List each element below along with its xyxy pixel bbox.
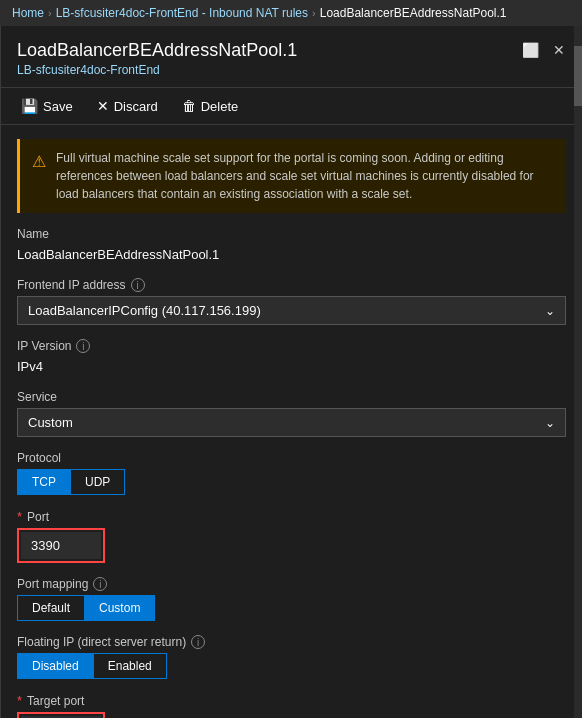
discard-label: Discard: [114, 99, 158, 114]
panel: LoadBalancerBEAddressNatPool.1 LB-sfcusi…: [0, 26, 582, 718]
warning-icon: ⚠: [32, 150, 46, 203]
panel-controls: ⬜ ✕: [517, 40, 570, 60]
maximize-button[interactable]: ⬜: [517, 40, 544, 60]
service-dropdown[interactable]: Custom ⌄: [17, 408, 566, 437]
save-icon: 💾: [21, 98, 38, 114]
panel-header: LoadBalancerBEAddressNatPool.1 LB-sfcusi…: [1, 26, 582, 88]
delete-button[interactable]: 🗑 Delete: [178, 96, 243, 116]
ip-version-info-icon[interactable]: i: [76, 339, 90, 353]
breadcrumb-nat-rules[interactable]: LB-sfcusiter4doc-FrontEnd - Inbound NAT …: [56, 6, 308, 20]
port-mapping-info-icon[interactable]: i: [93, 577, 107, 591]
page-title: LoadBalancerBEAddressNatPool.1: [17, 40, 566, 61]
chevron-down-icon: ⌄: [545, 416, 555, 430]
service-field-group: Service Custom ⌄: [17, 390, 566, 437]
floating-ip-field-group: Floating IP (direct server return) i Dis…: [17, 635, 566, 679]
name-value: LoadBalancerBEAddressNatPool.1: [17, 245, 566, 264]
breadcrumb-sep1: ›: [48, 7, 52, 19]
port-label: * Port: [17, 509, 566, 524]
protocol-tcp-button[interactable]: TCP: [17, 469, 70, 495]
ip-version-field-group: IP Version i IPv4: [17, 339, 566, 376]
close-button[interactable]: ✕: [548, 40, 570, 60]
frontend-ip-field-group: Frontend IP address i LoadBalancerIPConf…: [17, 278, 566, 325]
save-label: Save: [43, 99, 73, 114]
frontend-ip-info-icon[interactable]: i: [131, 278, 145, 292]
warning-box: ⚠ Full virtual machine scale set support…: [17, 139, 566, 213]
target-port-required-wrapper: [17, 712, 105, 718]
floating-ip-toggle-group: Disabled Enabled: [17, 653, 566, 679]
breadcrumb-sep2: ›: [312, 7, 316, 19]
port-mapping-default-button[interactable]: Default: [17, 595, 84, 621]
protocol-label: Protocol: [17, 451, 566, 465]
breadcrumb-home[interactable]: Home: [12, 6, 44, 20]
ip-version-label: IP Version i: [17, 339, 566, 353]
name-field-group: Name LoadBalancerBEAddressNatPool.1: [17, 227, 566, 264]
discard-icon: ✕: [97, 98, 109, 114]
content-area: Name LoadBalancerBEAddressNatPool.1 Fron…: [1, 227, 582, 718]
floating-ip-info-icon[interactable]: i: [191, 635, 205, 649]
service-label: Service: [17, 390, 566, 404]
port-mapping-custom-button[interactable]: Custom: [84, 595, 155, 621]
port-field-group: * Port: [17, 509, 566, 563]
floating-ip-label: Floating IP (direct server return) i: [17, 635, 566, 649]
chevron-down-icon: ⌄: [545, 304, 555, 318]
scrollbar-thumb[interactable]: [574, 46, 582, 106]
page-subtitle: LB-sfcusiter4doc-FrontEnd: [17, 63, 566, 77]
floating-ip-disabled-button[interactable]: Disabled: [17, 653, 93, 679]
frontend-ip-dropdown[interactable]: LoadBalancerIPConfig (40.117.156.199) ⌄: [17, 296, 566, 325]
port-input[interactable]: [21, 532, 101, 559]
port-required-star: *: [17, 509, 22, 524]
frontend-ip-value: LoadBalancerIPConfig (40.117.156.199): [28, 303, 261, 318]
target-port-label: * Target port: [17, 693, 566, 708]
breadcrumb-current: LoadBalancerBEAddressNatPool.1: [320, 6, 507, 20]
warning-text: Full virtual machine scale set support f…: [56, 149, 554, 203]
scrollbar[interactable]: [574, 26, 582, 718]
frontend-ip-label: Frontend IP address i: [17, 278, 566, 292]
ip-version-value: IPv4: [17, 357, 566, 376]
port-mapping-toggle-group: Default Custom: [17, 595, 566, 621]
protocol-udp-button[interactable]: UDP: [70, 469, 125, 495]
breadcrumb: Home › LB-sfcusiter4doc-FrontEnd - Inbou…: [0, 0, 582, 26]
delete-label: Delete: [201, 99, 239, 114]
port-mapping-label: Port mapping i: [17, 577, 566, 591]
name-label: Name: [17, 227, 566, 241]
port-required-wrapper: [17, 528, 105, 563]
target-port-field-group: * Target port: [17, 693, 566, 718]
port-mapping-field-group: Port mapping i Default Custom: [17, 577, 566, 621]
discard-button[interactable]: ✕ Discard: [93, 96, 162, 116]
floating-ip-enabled-button[interactable]: Enabled: [93, 653, 167, 679]
protocol-toggle-group: TCP UDP: [17, 469, 566, 495]
protocol-field-group: Protocol TCP UDP: [17, 451, 566, 495]
target-port-required-star: *: [17, 693, 22, 708]
delete-icon: 🗑: [182, 98, 196, 114]
save-button[interactable]: 💾 Save: [17, 96, 77, 116]
toolbar: 💾 Save ✕ Discard 🗑 Delete: [1, 88, 582, 125]
service-value: Custom: [28, 415, 73, 430]
